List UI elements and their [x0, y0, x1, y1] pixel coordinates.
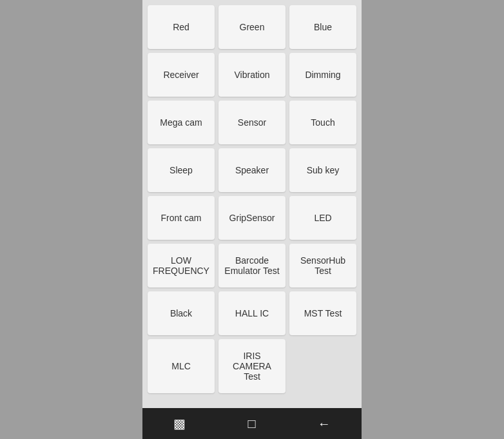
nav-bar: ▩ □ ← — [142, 408, 362, 439]
grid-row-1: Red Green Blue — [148, 5, 356, 49]
button-green[interactable]: Green — [218, 5, 286, 49]
button-sensor[interactable]: Sensor — [218, 101, 286, 144]
phone-container: Red Green Blue Receiver Vibration Dimmin… — [142, 0, 362, 439]
button-dimming[interactable]: Dimming — [289, 53, 356, 97]
button-sensorhub-test[interactable]: SensorHub Test — [289, 244, 356, 288]
button-hall-ic[interactable]: HALL IC — [218, 291, 286, 335]
grid-row-6: LOW FREQUENCY Barcode Emulator Test Sens… — [148, 244, 356, 288]
button-black[interactable]: Black — [148, 291, 215, 335]
grid-row-4: Sleep Speaker Sub key — [148, 148, 356, 192]
button-vibration[interactable]: Vibration — [218, 53, 286, 97]
home-icon[interactable]: □ — [242, 411, 260, 436]
grid-row-5: Front cam GripSensor LED — [148, 196, 356, 240]
button-front-cam[interactable]: Front cam — [148, 196, 215, 240]
button-mlc[interactable]: MLC — [148, 339, 215, 393]
button-receiver[interactable]: Receiver — [148, 53, 215, 97]
back-icon[interactable]: ← — [313, 411, 336, 436]
grid-row-8: MLC IRIS CAMERA Test — [148, 339, 356, 393]
button-barcode-emulator[interactable]: Barcode Emulator Test — [218, 244, 286, 288]
button-red[interactable]: Red — [148, 5, 215, 49]
button-blue[interactable]: Blue — [289, 5, 356, 49]
button-grip-sensor[interactable]: GripSensor — [218, 196, 286, 240]
grid-row-7: Black HALL IC MST Test — [148, 291, 356, 335]
grid-row-3: Mega cam Sensor Touch — [148, 101, 356, 144]
button-low-frequency[interactable]: LOW FREQUENCY — [148, 244, 215, 288]
grid-row-2: Receiver Vibration Dimming — [148, 53, 356, 97]
button-mega-cam[interactable]: Mega cam — [148, 101, 215, 144]
recent-apps-icon[interactable]: ▩ — [168, 411, 191, 436]
button-touch[interactable]: Touch — [289, 101, 356, 144]
button-led[interactable]: LED — [289, 196, 356, 240]
button-sleep[interactable]: Sleep — [148, 148, 215, 192]
button-speaker[interactable]: Speaker — [218, 148, 286, 192]
button-mst-test[interactable]: MST Test — [289, 291, 356, 335]
button-sub-key[interactable]: Sub key — [289, 148, 356, 192]
button-iris-camera[interactable]: IRIS CAMERA Test — [218, 339, 286, 393]
grid-area: Red Green Blue Receiver Vibration Dimmin… — [142, 0, 362, 408]
